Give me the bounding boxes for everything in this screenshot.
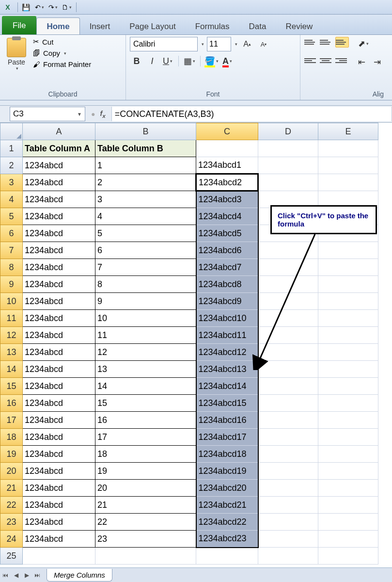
cell[interactable] — [318, 429, 378, 446]
cell[interactable]: 1234abcd10 — [196, 310, 258, 327]
row-header[interactable]: 2 — [0, 157, 23, 174]
cell[interactable] — [258, 531, 318, 548]
row-header[interactable]: 4 — [0, 191, 23, 208]
cell[interactable]: 1234abcd13 — [196, 361, 258, 378]
font-size-select[interactable] — [207, 37, 231, 51]
align-right-button[interactable] — [334, 55, 347, 66]
cell[interactable]: 1234abcd — [23, 242, 95, 259]
cell[interactable]: 1234abcd — [23, 412, 95, 429]
row-header[interactable]: 16 — [0, 395, 23, 412]
cell[interactable]: 1234abcd — [23, 531, 95, 548]
cell[interactable] — [258, 378, 318, 395]
orientation-button[interactable]: ⬈▾ — [357, 37, 370, 50]
cell[interactable] — [318, 140, 378, 157]
cell[interactable]: 1234abcd6 — [196, 242, 258, 259]
tab-home[interactable]: Home — [36, 17, 79, 34]
bold-button[interactable]: B — [130, 54, 143, 68]
cut-button[interactable]: ✂Cut — [31, 37, 93, 47]
row-header[interactable]: 3 — [0, 174, 23, 191]
cell[interactable]: 19 — [95, 463, 196, 480]
grow-font-button[interactable]: A▴ — [240, 37, 254, 51]
cell[interactable]: 1234abcd11 — [196, 327, 258, 344]
cell[interactable]: 1234abcd — [23, 463, 95, 480]
print-preview-icon[interactable]: 🗋▾ — [61, 1, 72, 13]
row-header[interactable]: 6 — [0, 225, 23, 242]
cell[interactable] — [318, 327, 378, 344]
align-middle-button[interactable] — [320, 37, 333, 48]
align-bottom-button[interactable] — [335, 37, 349, 48]
sheet-nav-first-button[interactable]: ⏮ — [0, 570, 11, 581]
align-left-button[interactable] — [304, 55, 317, 66]
cell[interactable]: 1234abcd19 — [196, 463, 258, 480]
font-name-select[interactable] — [130, 37, 198, 51]
row-header[interactable]: 15 — [0, 378, 23, 395]
row-header[interactable]: 19 — [0, 446, 23, 463]
cell[interactable]: 1234abcd16 — [196, 412, 258, 429]
cell[interactable] — [23, 548, 95, 565]
cell[interactable]: 1 — [95, 157, 196, 174]
sheet-tab-active[interactable]: Merge Columns — [47, 569, 112, 582]
cell[interactable]: Table Column A — [23, 140, 95, 157]
column-header-B[interactable]: B — [95, 123, 196, 140]
cell[interactable] — [318, 344, 378, 361]
row-header[interactable]: 5 — [0, 208, 23, 225]
cell[interactable]: 8 — [95, 276, 196, 293]
shrink-font-button[interactable]: A▾ — [257, 37, 270, 51]
cell[interactable] — [318, 514, 378, 531]
cell[interactable] — [258, 514, 318, 531]
cell[interactable]: 11 — [95, 327, 196, 344]
format-painter-button[interactable]: 🖌Format Painter — [31, 60, 93, 69]
increase-indent-button[interactable]: ⇥ — [370, 55, 384, 69]
cell[interactable] — [318, 242, 378, 259]
cell[interactable] — [258, 497, 318, 514]
select-all-corner[interactable] — [0, 123, 23, 140]
cell[interactable] — [95, 548, 196, 565]
cell[interactable]: 1234abcd — [23, 259, 95, 276]
name-box[interactable]: C3 ▼ — [10, 107, 85, 121]
cell[interactable]: 1234abcd — [23, 429, 95, 446]
borders-button[interactable]: ▦▾ — [183, 54, 196, 68]
cell[interactable]: 23 — [95, 531, 196, 548]
italic-button[interactable]: I — [145, 54, 159, 68]
cell[interactable] — [258, 276, 318, 293]
cell[interactable] — [318, 463, 378, 480]
cell[interactable] — [318, 497, 378, 514]
cell[interactable]: 1234abcd — [23, 225, 95, 242]
cell[interactable]: 1234abcd2 — [196, 174, 258, 191]
cell[interactable]: 1234abcd — [23, 480, 95, 497]
cell[interactable]: 1234abcd12 — [196, 344, 258, 361]
cell[interactable] — [318, 259, 378, 276]
cell[interactable]: 1234abcd21 — [196, 497, 258, 514]
spreadsheet-grid[interactable]: ABCDE1Table Column ATable Column B21234a… — [0, 123, 392, 565]
sheet-nav-prev-button[interactable]: ◀ — [11, 570, 21, 581]
align-top-button[interactable] — [304, 37, 318, 48]
sheet-nav-next-button[interactable]: ▶ — [21, 570, 32, 581]
tab-formulas[interactable]: Formulas — [186, 18, 239, 34]
row-header[interactable]: 8 — [0, 259, 23, 276]
cell[interactable] — [196, 140, 258, 157]
cell[interactable] — [258, 429, 318, 446]
row-header[interactable]: 24 — [0, 531, 23, 548]
tab-insert[interactable]: Insert — [80, 18, 120, 34]
cell[interactable] — [258, 174, 318, 191]
cell[interactable] — [318, 310, 378, 327]
cell[interactable]: 1234abcd — [23, 327, 95, 344]
column-header-D[interactable]: D — [258, 123, 318, 140]
cell[interactable] — [318, 276, 378, 293]
redo-icon[interactable]: ↷▾ — [47, 1, 59, 13]
cell[interactable]: 14 — [95, 378, 196, 395]
cell[interactable]: 1234abcd20 — [196, 480, 258, 497]
cell[interactable] — [258, 157, 318, 174]
cell[interactable]: 1234abcd — [23, 395, 95, 412]
cell[interactable]: 1234abcd3 — [196, 191, 258, 208]
cell[interactable]: 15 — [95, 395, 196, 412]
cell[interactable] — [258, 293, 318, 310]
fx-icon[interactable]: fx — [100, 110, 105, 119]
cell[interactable] — [318, 395, 378, 412]
cell[interactable]: 1234abcd — [23, 378, 95, 395]
cell[interactable]: 1234abcd — [23, 514, 95, 531]
tab-file[interactable]: File — [2, 16, 36, 34]
cell[interactable] — [258, 242, 318, 259]
cell[interactable] — [318, 412, 378, 429]
cell[interactable] — [258, 446, 318, 463]
